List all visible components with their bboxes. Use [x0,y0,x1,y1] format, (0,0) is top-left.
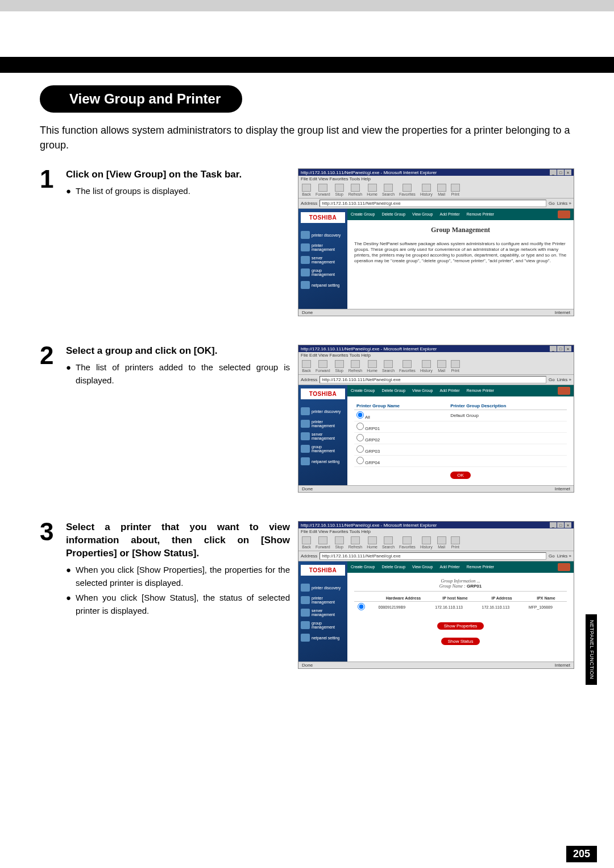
show-properties-button[interactable]: Show Properties [437,622,484,630]
group-radio[interactable] [356,457,364,464]
sidebar-item-discovery[interactable]: printer discovery [301,406,345,416]
links-button[interactable]: Links » [557,377,571,382]
search-button[interactable]: Search [382,184,395,196]
sidebar-item-server-mgmt[interactable]: server management [301,431,345,441]
refresh-button[interactable]: Refresh [349,360,363,373]
group-radio[interactable] [356,434,364,441]
forward-button[interactable]: Forward [316,536,330,549]
mail-button[interactable]: Mail [437,360,446,373]
go-button[interactable]: Go [549,377,555,382]
back-button[interactable]: Back [302,184,311,196]
sidebar-item-group-mgmt[interactable]: group management [301,267,345,278]
sidebar-item-netpanel-setting[interactable]: netpanel setting [301,633,345,643]
print-button[interactable]: Print [451,184,460,196]
ok-button[interactable]: OK [450,472,471,479]
links-button[interactable]: Links » [557,553,571,559]
home-button[interactable]: Home [367,536,377,549]
close-icon[interactable]: × [565,522,571,528]
links-button[interactable]: Links » [557,201,571,206]
stop-button[interactable]: Stop [335,360,344,373]
print-button[interactable]: Print [451,360,460,373]
go-button[interactable]: Go [549,201,555,206]
address-input[interactable]: http://172.16.110.111/NetPanel/cgi.exe [320,552,546,560]
window-title: http://172.16.110.111/NetPanel/cgi.exe -… [301,346,437,352]
search-button[interactable]: Search [382,536,395,549]
sidebar-item-server-mgmt[interactable]: server management [301,255,345,265]
tab-create-group[interactable]: Create Group [351,388,375,393]
minimize-icon[interactable]: _ [550,346,557,352]
col-group-desc: Printer Group Description [448,402,567,410]
tab-view-group[interactable]: View Group [412,388,433,393]
search-button[interactable]: Search [382,360,395,373]
tab-add-printer[interactable]: Add Printer [440,212,460,217]
tab-remove-printer[interactable]: Remove Printer [467,212,495,217]
tab-delete-group[interactable]: Delete Group [381,212,405,217]
go-button[interactable]: Go [549,553,555,559]
group-radio[interactable] [356,411,364,419]
history-button[interactable]: History [420,184,433,196]
home-button[interactable]: Home [367,184,377,196]
history-button[interactable]: History [420,360,433,373]
history-button[interactable]: History [420,536,433,549]
sidebar-item-discovery[interactable]: printer discovery [301,582,345,593]
menubar[interactable]: File Edit View Favorites Tools Help [298,528,574,535]
tab-delete-group[interactable]: Delete Group [381,388,405,393]
minimize-icon[interactable]: _ [550,522,557,528]
group-radio[interactable] [356,423,364,430]
address-input[interactable]: http://172.16.110.111/NetPanel/cgi.exe [320,376,546,383]
col-ip-address: IP Address [479,595,525,602]
tab-create-group[interactable]: Create Group [351,212,375,217]
sidebar-item-discovery[interactable]: printer discovery [301,230,345,240]
favorites-button[interactable]: Favorites [399,536,416,549]
menubar[interactable]: File Edit View Favorites Tools Help [298,352,574,358]
address-label: Address [301,377,317,382]
mail-button[interactable]: Mail [437,536,446,549]
sidebar-item-server-mgmt[interactable]: server management [301,607,345,618]
sidebar-item-netpanel-setting[interactable]: netpanel setting [301,280,345,290]
tab-delete-group[interactable]: Delete Group [381,565,405,569]
toshiba-logo: TOSHIBA [301,388,345,399]
sidebar-item-group-mgmt[interactable]: group management [301,444,345,454]
sidebar-item-netpanel-setting[interactable]: netpanel setting [301,456,345,466]
sidebar-item-printer-mgmt[interactable]: printer management [301,242,345,253]
back-button[interactable]: Back [302,536,311,549]
group-radio[interactable] [356,445,364,453]
refresh-button[interactable]: Refresh [349,536,363,549]
show-status-button[interactable]: Show Status [441,638,480,645]
stop-button[interactable]: Stop [335,536,344,549]
status-text: Done [302,310,313,315]
help-icon[interactable] [558,563,570,571]
mail-button[interactable]: Mail [437,184,446,196]
menubar[interactable]: File Edit View Favorites Tools Help [298,176,574,182]
minimize-icon[interactable]: _ [550,170,557,175]
tab-add-printer[interactable]: Add Printer [440,565,460,569]
favorites-button[interactable]: Favorites [399,184,416,196]
tab-view-group[interactable]: View Group [412,565,433,569]
section-title: View Group and Printer [40,85,242,113]
tab-remove-printer[interactable]: Remove Printer [467,565,495,569]
maximize-icon[interactable]: □ [557,346,564,352]
forward-button[interactable]: Forward [316,360,330,373]
maximize-icon[interactable]: □ [557,522,564,528]
sidebar-item-printer-mgmt[interactable]: printer management [301,419,345,429]
refresh-button[interactable]: Refresh [349,184,363,196]
stop-button[interactable]: Stop [335,184,344,196]
sidebar-item-group-mgmt[interactable]: group management [301,620,345,630]
printer-radio[interactable] [358,603,365,610]
sidebar-item-printer-mgmt[interactable]: printer management [301,595,345,605]
tab-create-group[interactable]: Create Group [351,565,375,569]
maximize-icon[interactable]: □ [557,170,564,175]
tab-view-group[interactable]: View Group [412,212,433,217]
close-icon[interactable]: × [565,170,571,175]
address-input[interactable]: http://172.16.110.111/NetPanel/cgi.exe [320,200,546,207]
forward-button[interactable]: Forward [316,184,330,196]
back-button[interactable]: Back [302,360,311,373]
close-icon[interactable]: × [565,346,571,352]
tab-add-printer[interactable]: Add Printer [440,388,460,393]
tab-remove-printer[interactable]: Remove Printer [467,388,495,393]
help-icon[interactable] [558,387,570,395]
help-icon[interactable] [558,210,570,218]
home-button[interactable]: Home [367,360,377,373]
print-button[interactable]: Print [451,536,460,549]
favorites-button[interactable]: Favorites [399,360,416,373]
